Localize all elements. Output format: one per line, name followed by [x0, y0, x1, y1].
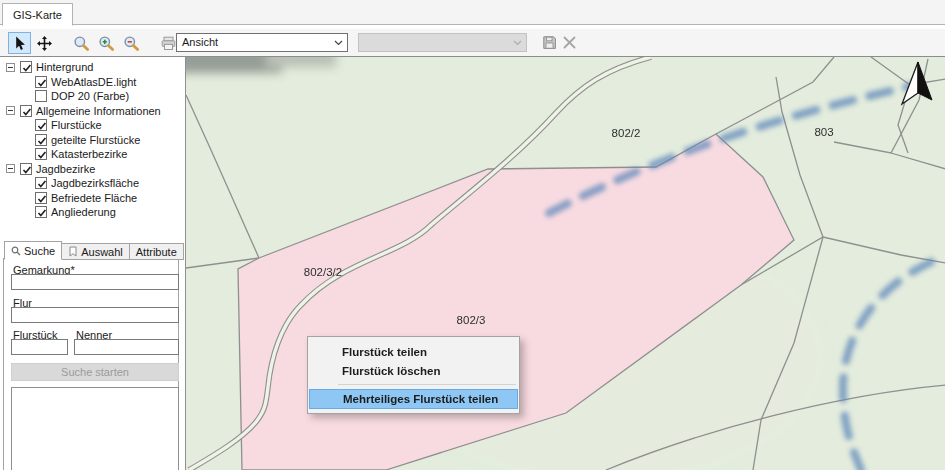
suche-starten-button[interactable]: Suche starten: [11, 363, 179, 381]
zoom-in-button[interactable]: [95, 32, 118, 54]
collapse-icon[interactable]: [6, 106, 15, 115]
magnifier-minus-icon: [123, 35, 140, 52]
gemarkung-input[interactable]: [11, 274, 179, 290]
saved-view-dropdown[interactable]: [358, 33, 527, 52]
layer-label: Jagdbezirke: [36, 163, 95, 175]
layer-label: Befriedete Fläche: [51, 192, 137, 204]
collapse-icon[interactable]: [6, 164, 15, 173]
select-tool-button[interactable]: [8, 32, 31, 54]
layer-checkbox[interactable]: [35, 119, 47, 131]
layer-checkbox[interactable]: [35, 192, 47, 204]
pan-tool-button[interactable]: [33, 32, 56, 54]
context-menu: Flurstück teilen Flurstück löschen Mehrt…: [307, 336, 520, 414]
layer-group-allgemeine-informationen[interactable]: Allgemeine Informationen: [1, 104, 179, 119]
layer-checkbox[interactable]: [35, 206, 47, 218]
menu-item-mehrteiliges-flurstueck-teilen[interactable]: Mehrteiliges Flurstück teilen: [309, 389, 518, 409]
search-icon: [11, 246, 21, 256]
nenner-input[interactable]: [74, 339, 179, 355]
search-result-list[interactable]: [11, 387, 179, 470]
menu-item-flurstueck-teilen[interactable]: Flurstück teilen: [308, 343, 519, 362]
layer-group-jagdbezirke[interactable]: Jagdbezirke: [1, 162, 179, 177]
map-toolbar: Ansicht: [0, 29, 945, 57]
delete-view-button[interactable]: [560, 33, 579, 52]
view-dropdown-value: Ansicht: [182, 36, 218, 48]
layer-angliederung[interactable]: Angliederung: [1, 205, 179, 220]
chevron-down-icon: [510, 36, 524, 49]
parcel-label-803: 803: [814, 126, 833, 138]
layer-checkbox[interactable]: [35, 90, 47, 102]
layer-checkbox[interactable]: [35, 177, 47, 189]
tab-auswahl-label: Auswahl: [81, 246, 123, 258]
layer-befriedete-flaeche[interactable]: Befriedete Fläche: [1, 191, 179, 206]
layer-checkbox[interactable]: [35, 76, 47, 88]
tab-attribute-label: Attribute: [136, 246, 177, 258]
tab-attribute[interactable]: Attribute: [130, 243, 184, 260]
layer-label: WebAtlasDE.light: [51, 76, 136, 88]
tab-gis-karte-label: GIS-Karte: [13, 9, 62, 21]
layer-checkbox[interactable]: [35, 148, 47, 160]
layer-flurstuecke[interactable]: Flurstücke: [1, 118, 179, 133]
collapse-icon[interactable]: [6, 63, 15, 72]
layer-checkbox[interactable]: [35, 134, 47, 146]
layer-label: Jagdbezirksfläche: [51, 177, 139, 189]
parcel-label-802-2: 802/2: [612, 127, 641, 139]
parcel-label-802-3-2: 802/3/2: [304, 266, 342, 278]
magnifier-icon: [73, 35, 90, 52]
layer-group-hintergrund[interactable]: Hintergrund: [1, 60, 179, 75]
tab-auswahl[interactable]: Auswahl: [62, 243, 130, 260]
tab-gis-karte[interactable]: GIS-Karte: [2, 3, 73, 26]
search-panel-tabs: Suche Auswahl Attribute: [4, 241, 184, 259]
search-form-panel: Gemarkung* Flur Flurstück Nenner Suche s…: [3, 258, 179, 470]
document-tab-bar: GIS-Karte: [0, 0, 945, 25]
layer-label: DOP 20 (Farbe): [51, 90, 129, 102]
chevron-down-icon: [331, 36, 345, 49]
layer-label: Hintergrund: [36, 61, 93, 73]
layer-dop-20-farbe[interactable]: DOP 20 (Farbe): [1, 89, 179, 104]
zoom-out-button[interactable]: [120, 32, 143, 54]
cursor-arrow-icon: [11, 35, 28, 52]
menu-separator: [338, 384, 516, 385]
printer-icon: [160, 35, 177, 52]
layer-katasterbezirke[interactable]: Katasterbezirke: [1, 147, 179, 162]
view-dropdown[interactable]: Ansicht: [176, 33, 348, 52]
menu-item-flurstueck-loeschen[interactable]: Flurstück löschen: [308, 362, 519, 381]
bookmark-icon: [68, 246, 78, 257]
layer-webatlasde-light[interactable]: WebAtlasDE.light: [1, 75, 179, 90]
pan-arrows-icon: [36, 35, 53, 52]
close-x-icon: [561, 34, 578, 51]
floppy-disk-icon: [541, 34, 558, 51]
layer-label: Angliederung: [51, 206, 116, 218]
map-canvas[interactable]: 802/2 803 802/3/2 802/3: [185, 57, 945, 470]
flur-input[interactable]: [11, 307, 179, 323]
layer-label: Flurstücke: [51, 119, 102, 131]
suche-starten-label: Suche starten: [61, 366, 129, 378]
layer-tree-panel: Hintergrund WebAtlasDE.light DOP 20 (Far…: [1, 60, 179, 220]
layer-geteilte-flurstuecke[interactable]: geteilte Flurstücke: [1, 133, 179, 148]
zoom-tool-button[interactable]: [70, 32, 93, 54]
tab-suche-label: Suche: [24, 245, 55, 257]
tab-suche[interactable]: Suche: [4, 241, 62, 260]
layer-jagdbezirksflaeche[interactable]: Jagdbezirksfläche: [1, 176, 179, 191]
layer-label: Katasterbezirke: [51, 148, 127, 160]
layer-checkbox[interactable]: [20, 105, 32, 117]
layer-checkbox[interactable]: [20, 61, 32, 73]
layer-label: geteilte Flurstücke: [51, 134, 140, 146]
layer-label: Allgemeine Informationen: [36, 105, 161, 117]
flurstueck-input[interactable]: [11, 339, 68, 355]
layer-checkbox[interactable]: [20, 163, 32, 175]
save-view-button[interactable]: [540, 33, 559, 52]
parcel-label-802-3: 802/3: [457, 314, 486, 326]
magnifier-plus-icon: [98, 35, 115, 52]
gis-application-window: GIS-Karte: [0, 0, 945, 470]
